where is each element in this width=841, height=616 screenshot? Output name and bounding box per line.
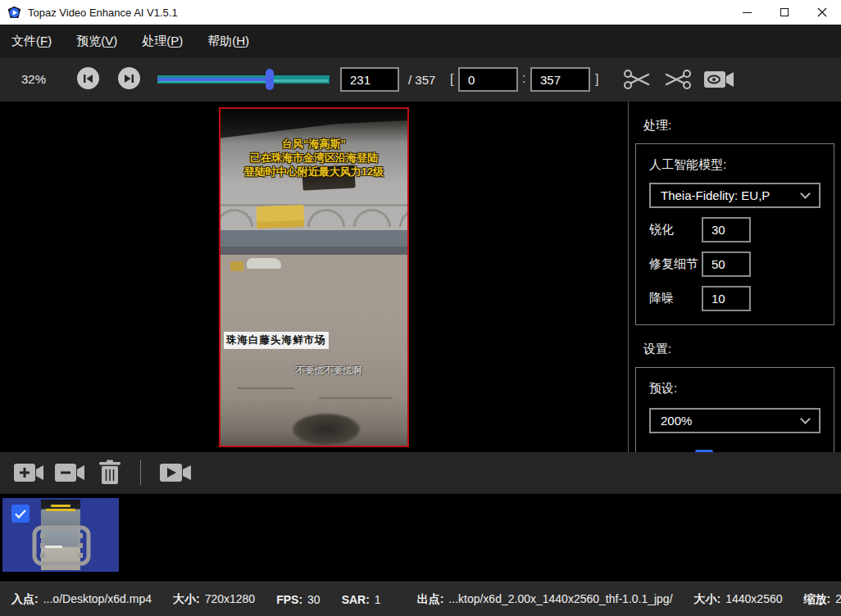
denoise-row: 降噪 [649, 286, 821, 311]
statusbar: 入点:...o/Desktop/x6d.mp4 大小:720x1280 FPS:… [0, 582, 841, 616]
cut-right-icon [664, 68, 692, 91]
trash-icon [98, 460, 121, 486]
film-crop-icon [32, 525, 91, 566]
preset-value: 200% [661, 414, 692, 428]
video-location-tag: 珠海白藤头海鲜市场 [224, 332, 329, 349]
preview-roof-shadow [220, 109, 407, 138]
toolbar-divider [140, 460, 141, 485]
skip-to-end-icon [124, 74, 134, 84]
skip-to-end-button[interactable] [118, 67, 140, 89]
menubar: 文件(F) 预览(V) 处理(P) 帮助(H) [0, 25, 841, 57]
add-video-button[interactable] [13, 460, 44, 487]
process-video-button[interactable] [159, 460, 192, 487]
close-button[interactable] [803, 0, 841, 25]
sharpen-input[interactable] [702, 217, 751, 242]
revert-detail-row: 修复细节 [649, 251, 821, 277]
slider-fill [157, 78, 270, 81]
process-heading: 处理: [643, 118, 841, 134]
status-input-size: 大小:720x1280 [173, 592, 255, 607]
menu-help[interactable]: 帮助(H) [207, 34, 249, 49]
side-panel: 处理: 人工智能模型: Theia-Fidelity: EU,P 锐化 修复细节… [628, 102, 841, 452]
status-sar: SAR:1 [342, 593, 381, 606]
status-output-path: 出点:...ktop/x6d_2.00x_1440x2560_thf-1.0.1… [417, 592, 673, 607]
settings-heading: 设置: [643, 342, 841, 357]
preview-bridge-shape [220, 202, 407, 233]
range-start-input[interactable] [458, 67, 518, 92]
sharpen-row: 锐化 [649, 217, 821, 242]
current-frame-input[interactable] [340, 67, 399, 92]
status-output-size: 大小:1440x2560 [694, 592, 783, 607]
ai-model-value: Theia-Fidelity: EU,P [661, 188, 770, 202]
preview-car-shape [247, 258, 281, 269]
ai-model-label: 人工智能模型: [649, 157, 821, 173]
preview-yellow-sign [257, 204, 305, 228]
slider-handle[interactable] [266, 69, 274, 90]
trim-start-button[interactable] [623, 68, 651, 93]
maximize-icon [780, 8, 789, 16]
preset-label: 预设: [649, 381, 821, 396]
process-video-icon [159, 460, 192, 485]
denoise-label: 降噪 [649, 291, 702, 306]
frame-slider[interactable] [157, 73, 330, 86]
clip-strip [0, 493, 841, 582]
main-area: 台风“海高斯” 已在珠海市金湾区沿海登陆 登陆时中心附近最大风力12级 珠海白藤… [0, 102, 841, 452]
app-window: Topaz Video Enhance AI V1.5.1 文件(F) 预览(V… [0, 0, 841, 616]
range-bracket-open: [ [450, 72, 453, 87]
clip-thumbnail-selected[interactable] [2, 498, 119, 572]
revert-detail-label: 修复细节 [649, 256, 702, 272]
denoise-input[interactable] [702, 286, 751, 311]
preview-area: 台风“海高斯” 已在珠海市金湾区沿海登陆 登陆时中心附近最大风力12级 珠海白藤… [0, 102, 628, 452]
preview-dark-blob [293, 414, 360, 445]
check-icon [15, 510, 26, 519]
trim-end-button[interactable] [664, 68, 692, 93]
clip-toolbar [0, 452, 841, 493]
preset-dropdown[interactable]: 200% [649, 408, 821, 433]
ai-model-dropdown[interactable]: Theia-Fidelity: EU,P [649, 183, 821, 208]
titlebar: Topaz Video Enhance AI V1.5.1 [0, 0, 841, 25]
delete-clip-button[interactable] [98, 460, 121, 488]
ai-model-group: 人工智能模型: Theia-Fidelity: EU,P 锐化 修复细节 降噪 [635, 143, 834, 325]
playback-toolbar: 32% / 357 [ : ] [0, 57, 841, 102]
chevron-down-icon [800, 188, 811, 199]
settings-group: 预设: 200% 裁剪以填充帧 [635, 367, 834, 452]
remove-video-button[interactable] [54, 460, 85, 487]
app-logo-icon [7, 6, 21, 20]
minimize-button[interactable] [728, 0, 766, 25]
menu-file[interactable]: 文件(F) [11, 34, 52, 49]
range-separator: : [522, 71, 525, 86]
total-frames-label: / 357 [408, 73, 435, 87]
preview-embankment [220, 247, 407, 255]
menu-preview[interactable]: 预览(V) [76, 34, 117, 49]
status-input-path: 入点:...o/Desktop/x6d.mp4 [11, 592, 152, 607]
clip-select-checkbox[interactable] [11, 505, 30, 523]
chevron-down-icon [800, 414, 811, 424]
minimize-icon [743, 12, 752, 13]
close-icon [817, 7, 827, 17]
video-subtitle: 不要慌不要慌啊 [250, 365, 407, 377]
status-fps: FPS:30 [276, 593, 320, 606]
window-title: Topaz Video Enhance AI V1.5.1 [28, 7, 178, 19]
zoom-level: 32% [21, 72, 46, 86]
cut-left-icon [623, 68, 651, 91]
video-caption: 台风“海高斯” 已在珠海市金湾区沿海登陆 登陆时中心附近最大风力12级 [220, 137, 407, 179]
add-video-icon [13, 460, 44, 485]
revert-detail-input[interactable] [702, 251, 751, 277]
video-preview[interactable]: 台风“海高斯” 已在珠海市金湾区沿海登陆 登陆时中心附近最大风力12级 珠海白藤… [219, 107, 409, 447]
preview-button[interactable] [703, 68, 734, 93]
range-end-input[interactable] [530, 67, 590, 92]
range-bracket-close: ] [595, 72, 598, 87]
preview-camera-icon [703, 68, 734, 91]
menu-process[interactable]: 处理(P) [142, 34, 183, 49]
preview-debris-shape [230, 261, 243, 271]
skip-to-start-icon [83, 74, 93, 84]
status-scale: 缩放:200% [804, 592, 841, 607]
maximize-button[interactable] [766, 0, 803, 25]
remove-video-icon [54, 460, 85, 485]
preview-bridge-base [220, 230, 407, 247]
sharpen-label: 锐化 [649, 222, 702, 238]
skip-to-start-button[interactable] [77, 67, 99, 89]
